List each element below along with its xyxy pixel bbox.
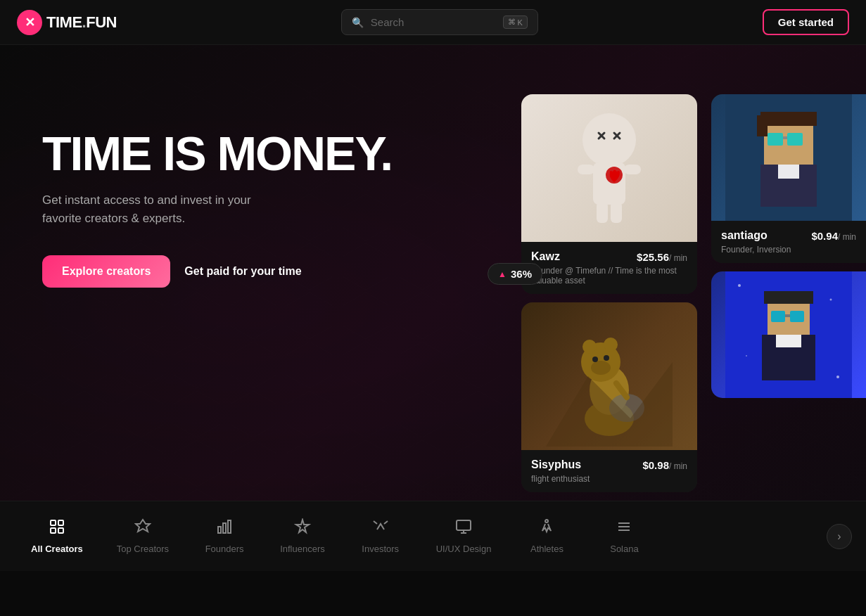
svg-rect-32 <box>778 165 799 179</box>
svg-point-18 <box>591 361 611 375</box>
logo[interactable]: ✕ TIME.FUN <box>17 10 117 35</box>
athletes-label: Athletes <box>530 544 563 554</box>
chevron-right-icon: › <box>837 530 841 543</box>
nav-item-founders[interactable]: Founders <box>186 511 263 561</box>
badge-value: 36% <box>511 268 532 280</box>
athletes-icon <box>538 518 555 539</box>
hero-title: TIME IS MONEY. <box>42 129 450 177</box>
svg-rect-45 <box>51 520 56 525</box>
nav-item-solana[interactable]: Solana <box>585 511 663 561</box>
top-creators-label: Top Creators <box>117 544 169 554</box>
santiago-name-row: santiago $0.94/ min <box>721 229 856 242</box>
svg-rect-44 <box>776 335 801 347</box>
kawz-info: Kawz $25.56/ min Founder @ Timefun // Ti… <box>521 242 697 294</box>
sisyphus-image <box>521 302 697 450</box>
svg-rect-48 <box>58 528 63 533</box>
influencers-icon <box>294 518 311 539</box>
kawz-name: Kawz <box>531 250 560 263</box>
all-creators-icon <box>49 518 65 539</box>
kawz-name-row: Kawz $25.56/ min <box>531 250 687 263</box>
svg-point-20 <box>604 355 609 361</box>
svg-point-19 <box>592 357 598 362</box>
santiago-desc: Founder, Inversion <box>721 245 856 255</box>
svg-rect-11 <box>597 202 608 223</box>
kawz-image <box>521 94 697 242</box>
santiago-name: santiago <box>721 229 768 242</box>
uiux-label: UI/UX Design <box>436 544 492 554</box>
creator-card-sisyphus[interactable]: Sisyphus $0.98/ min flight enthusiast <box>521 302 697 492</box>
creator-card-santiago[interactable]: santiago $0.94/ min Founder, Inversion <box>711 94 866 263</box>
search-icon: 🔍 <box>352 17 364 28</box>
creator-card-pixel3[interactable] <box>711 271 866 398</box>
svg-rect-9 <box>624 165 641 174</box>
santiago-image <box>711 94 866 221</box>
logo-icon: ✕ <box>17 10 42 35</box>
get-paid-button[interactable]: Get paid for your time <box>184 265 301 278</box>
kawz-desc: Founder @ Timefun // Time is the most va… <box>531 266 687 285</box>
investors-icon <box>372 518 389 539</box>
founders-label: Founders <box>205 544 244 554</box>
svg-point-17 <box>604 338 618 352</box>
svg-rect-26 <box>760 112 817 126</box>
bottom-navigation: All Creators Top Creators Founders <box>0 501 866 571</box>
santiago-info: santiago $0.94/ min Founder, Inversion <box>711 221 866 263</box>
svg-rect-28 <box>768 133 783 146</box>
influencers-label: Influencers <box>280 544 325 554</box>
hero-actions: Explore creators Get paid for your time <box>42 255 450 288</box>
sisyphus-desc: flight enthusiast <box>531 474 687 484</box>
svg-rect-42 <box>785 314 790 317</box>
explore-creators-button[interactable]: Explore creators <box>42 255 170 288</box>
santiago-price: $0.94/ min <box>811 230 856 242</box>
solana-label: Solana <box>610 544 638 554</box>
sisyphus-info: Sisyphus $0.98/ min flight enthusiast <box>521 450 697 492</box>
main-creator-cards: Kawz $25.56/ min Founder @ Timefun // Ti… <box>521 94 697 492</box>
creator-card-kawz[interactable]: Kawz $25.56/ min Founder @ Timefun // Ti… <box>521 94 697 294</box>
arrow-up-icon: ▲ <box>498 269 507 279</box>
svg-rect-8 <box>578 165 594 174</box>
nav-item-all-creators[interactable]: All Creators <box>14 511 100 561</box>
nav-item-athletes[interactable]: Athletes <box>508 511 585 561</box>
search-kbd-key: K <box>518 18 523 27</box>
search-shortcut: ⌘ K <box>503 15 528 29</box>
svg-point-16 <box>582 340 597 354</box>
top-creators-icon <box>134 518 151 539</box>
sisyphus-name-row: Sisyphus $0.98/ min <box>531 458 687 471</box>
trending-badge: ▲ 36% <box>488 263 542 285</box>
svg-point-2 <box>582 113 636 167</box>
nav-item-investors[interactable]: Investors <box>342 511 419 561</box>
hero-subtitle: Get instant access to and invest in your… <box>42 191 281 227</box>
hero-section: NFA, don't trust me, most TIME IS MONEY.… <box>0 45 866 571</box>
search-placeholder: Search <box>371 16 496 28</box>
svg-rect-49 <box>218 527 221 533</box>
logo-text: TIME.FUN <box>46 13 117 32</box>
svg-rect-46 <box>58 520 63 525</box>
get-started-button[interactable]: Get started <box>763 9 849 35</box>
secondary-creator-cards: santiago $0.94/ min Founder, Inversion <box>711 94 866 398</box>
sisyphus-name: Sisyphus <box>531 458 581 471</box>
svg-rect-50 <box>223 523 226 533</box>
svg-point-34 <box>738 284 741 287</box>
svg-rect-12 <box>611 202 622 223</box>
pixel3-image <box>711 271 866 398</box>
svg-rect-40 <box>771 311 785 322</box>
svg-rect-47 <box>51 528 56 533</box>
svg-rect-30 <box>783 136 787 139</box>
svg-rect-51 <box>228 520 231 533</box>
nav-item-influencers[interactable]: Influencers <box>263 511 342 561</box>
svg-rect-52 <box>457 520 471 530</box>
nav-next-button[interactable]: › <box>827 524 852 549</box>
all-creators-label: All Creators <box>31 544 83 554</box>
svg-point-37 <box>836 376 839 378</box>
svg-rect-27 <box>757 115 768 136</box>
kawz-price: $25.56/ min <box>637 251 687 263</box>
nav-item-uiux[interactable]: UI/UX Design <box>419 511 509 561</box>
investors-label: Investors <box>362 544 399 554</box>
sisyphus-price: $0.98/ min <box>642 459 687 471</box>
search-bar[interactable]: 🔍 Search ⌘ K <box>341 9 538 35</box>
svg-point-36 <box>746 355 747 357</box>
founders-icon <box>216 518 233 539</box>
header: ✕ TIME.FUN 🔍 Search ⌘ K Get started <box>0 0 866 45</box>
nav-item-top-creators[interactable]: Top Creators <box>100 511 186 561</box>
svg-rect-29 <box>787 133 803 146</box>
svg-rect-39 <box>764 291 813 304</box>
